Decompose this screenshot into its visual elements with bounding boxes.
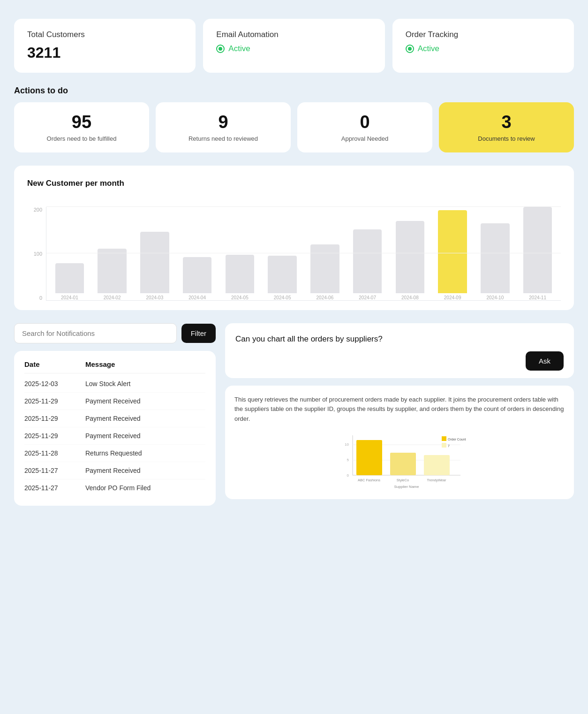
svg-rect-7 — [356, 440, 382, 475]
chart-bar — [98, 249, 127, 293]
bar-label: 2024-07 — [359, 295, 376, 300]
svg-rect-14 — [442, 436, 446, 441]
col-message: Message — [85, 360, 205, 368]
cell-message: Returns Requested — [85, 449, 205, 457]
approval-needed-number: 0 — [306, 113, 424, 132]
ask-button[interactable]: Ask — [526, 351, 564, 371]
ask-btn-row: Ask — [235, 351, 564, 371]
chart-y-labels: 0 100 200 — [27, 207, 42, 301]
y-label-200: 200 — [27, 207, 42, 213]
documents-review-label: Documents to review — [447, 135, 565, 142]
table-row: 2025-11-29Payment Received — [24, 393, 205, 410]
cell-message: Payment Received — [85, 397, 205, 405]
actions-section-title: Actions to do — [14, 86, 574, 96]
chart-title: New Customer per month — [27, 179, 561, 188]
bar-group: 2024-04 — [176, 207, 219, 300]
orders-fulfill-label: Orders need to be fulfilled — [23, 135, 141, 142]
cell-date: 2025-11-27 — [24, 484, 85, 492]
search-row: Filter — [14, 323, 216, 343]
actions-row: 95 Orders need to be fulfilled 9 Returns… — [14, 102, 574, 152]
svg-rect-9 — [424, 455, 450, 475]
bar-group: 2024-03 — [134, 207, 176, 300]
bar-label: 2024-05 — [274, 295, 291, 300]
svg-text:0: 0 — [347, 473, 349, 478]
approval-needed-card: 0 Approval Needed — [297, 102, 432, 152]
bar-label: 2024-10 — [487, 295, 504, 300]
orders-fulfill-card: 95 Orders need to be fulfilled — [14, 102, 149, 152]
mini-chart: 0 5 10 ABC Fashions StyleCo T — [234, 431, 565, 492]
chart-bar — [55, 263, 84, 293]
cell-message: Low Stock Alert — [85, 380, 205, 387]
bar-group: 2024-01 — [48, 207, 91, 300]
bar-label: 2024-02 — [104, 295, 121, 300]
bar-label: 2024-06 — [317, 295, 334, 300]
notifications-table: Date Message 2025-12-03Low Stock Alert20… — [14, 351, 216, 506]
chart-bar — [226, 255, 255, 293]
svg-text:7: 7 — [448, 444, 450, 448]
total-customers-title: Total Customers — [27, 30, 182, 39]
chart-bar — [523, 207, 552, 293]
cell-date: 2025-11-27 — [24, 467, 85, 474]
ai-query-card: Can you chart all the orders by supplier… — [225, 323, 574, 378]
returns-review-number: 9 — [164, 113, 282, 132]
table-row: 2025-11-28Returns Requested — [24, 445, 205, 462]
returns-review-label: Returns need to reviewed — [164, 135, 282, 142]
bar-group: 2024-11 — [516, 207, 559, 300]
svg-text:Supplier Name: Supplier Name — [394, 485, 419, 489]
svg-text:TrendyWear: TrendyWear — [427, 478, 446, 482]
chart-bar — [310, 244, 339, 293]
order-tracking-status: Active — [418, 44, 439, 53]
bar-label: 2024-09 — [444, 295, 461, 300]
search-input[interactable] — [14, 323, 177, 343]
bar-group: 2024-02 — [91, 207, 134, 300]
chart-bar — [396, 221, 425, 293]
total-customers-value: 3211 — [27, 44, 182, 61]
cell-date: 2025-11-29 — [24, 397, 85, 405]
order-tracking-status-row: Active — [406, 44, 561, 53]
chart-bar — [353, 229, 382, 293]
chart-bar — [481, 223, 510, 293]
bar-group: 2024-09 — [431, 207, 474, 300]
svg-text:StyleCo: StyleCo — [397, 478, 409, 482]
documents-review-number: 3 — [447, 113, 565, 132]
bar-group: 2024-10 — [474, 207, 517, 300]
bar-group: 2024-08 — [389, 207, 431, 300]
chart-card: New Customer per month 0 100 200 2024-01… — [14, 166, 574, 310]
svg-text:Order Count: Order Count — [448, 438, 466, 441]
col-date: Date — [24, 360, 85, 368]
ai-panel: Can you chart all the orders by supplier… — [225, 323, 574, 506]
filter-button[interactable]: Filter — [181, 324, 216, 343]
bottom-section: Filter Date Message 2025-12-03Low Stock … — [14, 323, 574, 506]
ai-result-text: This query retrieves the number of procu… — [234, 395, 565, 424]
cell-message: Vendor PO Form Filed — [85, 484, 205, 492]
svg-text:5: 5 — [347, 458, 349, 462]
cell-date: 2025-11-29 — [24, 415, 85, 422]
order-tracking-title: Order Tracking — [406, 30, 561, 39]
cell-date: 2025-11-29 — [24, 432, 85, 440]
email-automation-title: Email Automation — [216, 30, 371, 39]
top-stats-row: Total Customers 3211 Email Automation Ac… — [14, 19, 574, 73]
svg-text:10: 10 — [345, 442, 349, 447]
y-label-0: 0 — [27, 295, 42, 301]
bar-label: 2024-08 — [401, 295, 419, 300]
bar-label: 2024-01 — [61, 295, 78, 300]
chart-bar — [438, 210, 467, 293]
chart-area: 0 100 200 2024-012024-022024-032024-0420… — [27, 197, 561, 301]
y-label-100: 100 — [27, 251, 42, 257]
cell-message: Payment Received — [85, 415, 205, 422]
ai-query-text: Can you chart all the orders by supplier… — [235, 334, 564, 345]
cell-date: 2025-11-28 — [24, 449, 85, 457]
table-header: Date Message — [24, 360, 205, 373]
svg-text:ABC Fashions: ABC Fashions — [358, 478, 380, 482]
table-row: 2025-11-27Payment Received — [24, 462, 205, 479]
svg-rect-8 — [390, 453, 416, 475]
chart-bar — [268, 256, 297, 293]
table-row: 2025-11-29Payment Received — [24, 410, 205, 427]
chart-bar — [140, 232, 169, 293]
cell-date: 2025-12-03 — [24, 380, 85, 387]
cell-message: Payment Received — [85, 467, 205, 474]
email-automation-status: Active — [228, 44, 250, 53]
notifications-rows: 2025-12-03Low Stock Alert2025-11-29Payme… — [24, 375, 205, 496]
mini-chart-svg: 0 5 10 ABC Fashions StyleCo T — [234, 431, 565, 492]
email-automation-card: Email Automation Active — [203, 19, 384, 73]
